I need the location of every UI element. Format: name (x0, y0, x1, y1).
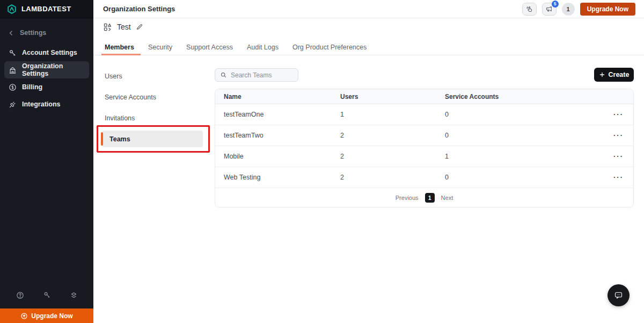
brand-logo[interactable]: LAMBDATEST (0, 0, 93, 18)
sidebar-item-billing[interactable]: Billing (4, 78, 89, 96)
avatar[interactable]: 1 (562, 3, 575, 16)
service-accounts-count-cell: 1 (445, 153, 591, 160)
sidebar-back-settings[interactable]: Settings (4, 26, 89, 44)
table-header-row: Name Users Service Accounts (215, 89, 633, 104)
table-row: testTeamTwo 2 0 ··· (215, 125, 633, 146)
users-count-cell: 2 (340, 174, 445, 181)
chevron-left-icon (8, 30, 14, 37)
service-accounts-count-cell: 0 (445, 174, 591, 181)
sidebar: LAMBDATEST Settings Account Settings Org… (0, 0, 93, 323)
column-header-name: Name (215, 93, 340, 101)
upgrade-now-button[interactable]: Upgrade Now (580, 3, 635, 16)
org-shapes-icon (103, 23, 112, 32)
team-name-cell: testTeamOne (215, 111, 340, 118)
chat-fab-button[interactable] (608, 284, 630, 306)
edit-pencil-icon[interactable] (136, 23, 143, 31)
sidebar-item-label: Integrations (22, 101, 61, 108)
org-tabs: Members Security Support Access Audit Lo… (93, 39, 644, 55)
help-icon[interactable] (16, 291, 24, 299)
sidebar-back-label: Settings (20, 29, 46, 37)
column-header-service-accounts: Service Accounts (445, 93, 591, 101)
service-accounts-count-cell: 0 (445, 132, 591, 139)
sidebar-item-account-settings[interactable]: Account Settings (4, 44, 89, 61)
table-row: Web Testing 2 0 ··· (215, 167, 633, 188)
lambdatest-logo-icon (6, 4, 17, 15)
table-row: testTeamOne 1 0 ··· (215, 104, 633, 125)
chat-bubble-icon (613, 290, 624, 300)
brand-name: LAMBDATEST (21, 5, 71, 13)
dollar-circle-icon (9, 83, 17, 91)
org-name: Test (117, 23, 131, 31)
tab-members[interactable]: Members (105, 39, 141, 55)
search-icon (220, 71, 227, 78)
plug-icon (9, 101, 17, 109)
sidebar-item-integrations[interactable]: Integrations (4, 96, 89, 113)
users-count-cell: 1 (340, 111, 445, 118)
pagination: Previous 1 Next (215, 188, 633, 207)
search-teams-box (215, 68, 298, 82)
notification-badge: 5 (552, 1, 559, 8)
gesture-button[interactable] (522, 3, 537, 16)
pagination-previous[interactable]: Previous (396, 195, 419, 201)
app-screen: LAMBDATEST Settings Account Settings Org… (0, 0, 644, 323)
tab-audit-logs[interactable]: Audit Logs (240, 39, 286, 55)
teams-table: Name Users Service Accounts testTeamOne … (215, 89, 634, 207)
tab-org-product-preferences[interactable]: Org Product Preferences (286, 39, 374, 55)
arrow-up-circle-icon (20, 312, 28, 320)
team-name-cell: Mobile (215, 153, 340, 160)
sidebar-item-label: Billing (22, 83, 42, 91)
hand-gesture-icon (525, 5, 533, 13)
sidebar-item-label: Account Settings (22, 49, 77, 56)
members-subnav: Users Service Accounts Invitations Teams (105, 66, 210, 149)
tab-security[interactable]: Security (141, 39, 179, 55)
org-header: Test (103, 21, 143, 33)
sidebar-upgrade-bar[interactable]: Upgrade Now (0, 308, 93, 323)
page-title: Organization Settings (103, 5, 175, 13)
subnav-item-invitations[interactable]: Invitations (105, 107, 210, 128)
users-count-cell: 2 (340, 132, 445, 139)
tab-support-access[interactable]: Support Access (179, 39, 240, 55)
key-tool-icon[interactable] (43, 291, 51, 299)
sidebar-tools (0, 285, 93, 305)
building-icon (9, 66, 17, 74)
table-row: Mobile 2 1 ··· (215, 146, 633, 167)
sidebar-item-organization-settings[interactable]: Organization Settings (4, 61, 89, 78)
plus-icon (599, 71, 605, 78)
subnav-item-users[interactable]: Users (105, 66, 210, 87)
layers-icon[interactable] (70, 291, 78, 299)
search-teams-input[interactable] (231, 71, 290, 79)
pagination-page-1[interactable]: 1 (425, 193, 435, 203)
topbar-actions: 5 1 Upgrade Now (522, 3, 635, 16)
team-name-cell: testTeamTwo (215, 132, 340, 139)
service-accounts-count-cell: 0 (445, 111, 591, 118)
pagination-next[interactable]: Next (441, 195, 453, 201)
create-button-label: Create (609, 71, 630, 78)
users-count-cell: 2 (340, 153, 445, 160)
announcements-button[interactable]: 5 (542, 3, 557, 16)
topbar: Organization Settings 5 1 Upgrade Now (93, 0, 644, 18)
sidebar-item-label: Organization Settings (22, 62, 85, 77)
column-header-users: Users (340, 93, 445, 101)
subnav-item-service-accounts[interactable]: Service Accounts (105, 87, 210, 107)
sidebar-nav: Settings Account Settings Organization S… (0, 18, 93, 113)
subnav-item-teams[interactable]: Teams (102, 131, 203, 147)
sidebar-upgrade-label: Upgrade Now (31, 312, 72, 320)
create-team-button[interactable]: Create (594, 68, 634, 82)
key-icon (9, 49, 17, 57)
team-name-cell: Web Testing (215, 174, 340, 181)
